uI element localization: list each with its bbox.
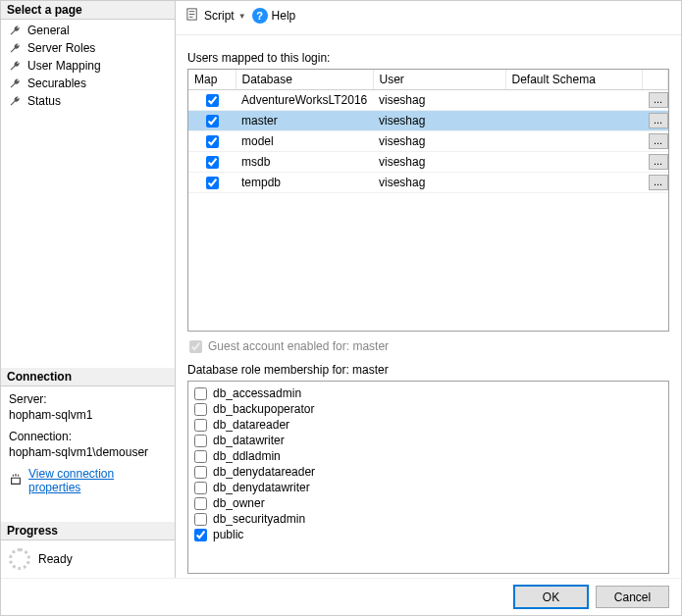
wrench-icon — [9, 60, 22, 73]
cell-schema[interactable] — [505, 152, 643, 173]
roles-caption: Database role membership for: master — [187, 363, 669, 377]
table-row[interactable]: tempdbviseshag... — [188, 173, 668, 193]
role-label: db_ddladmin — [213, 448, 281, 464]
schema-browse-button[interactable]: ... — [649, 133, 668, 149]
role-item[interactable]: db_denydatawriter — [194, 480, 662, 495]
guest-account-checkbox — [189, 340, 202, 353]
link-icon — [9, 473, 23, 489]
help-button[interactable]: ? Help — [252, 8, 296, 24]
users-mapped-label: Users mapped to this login: — [187, 51, 669, 65]
script-label: Script — [204, 9, 235, 23]
progress-header: Progress — [1, 522, 175, 540]
role-item[interactable]: db_securityadmin — [194, 511, 662, 527]
map-checkbox[interactable] — [206, 156, 219, 169]
page-item-securables[interactable]: Securables — [1, 75, 175, 92]
role-item[interactable]: db_ddladmin — [194, 448, 662, 464]
connection-value: hopham-sqlvm1\demouser — [9, 445, 167, 459]
cell-user[interactable]: viseshag — [373, 152, 505, 173]
page-item-general[interactable]: General — [1, 22, 175, 39]
page-item-user-mapping[interactable]: User Mapping — [1, 57, 175, 75]
server-label: Server: — [9, 392, 167, 406]
user-mapping-grid[interactable]: Map Database User Default Schema Adventu… — [187, 69, 669, 332]
role-item[interactable]: db_datawriter — [194, 433, 662, 448]
wrench-icon — [9, 95, 22, 108]
page-item-label: Server Roles — [27, 41, 95, 55]
script-icon — [185, 7, 200, 25]
cell-database[interactable]: master — [236, 111, 373, 131]
role-item[interactable]: public — [194, 527, 662, 542]
role-label: public — [213, 527, 243, 542]
role-item[interactable]: db_accessadmin — [194, 385, 662, 401]
connection-header: Connection — [1, 368, 175, 386]
page-item-label: User Mapping — [27, 59, 101, 73]
table-row[interactable]: AdventureWorksLT2016viseshag... — [188, 90, 668, 111]
map-checkbox[interactable] — [206, 94, 219, 107]
page-item-label: Securables — [27, 77, 86, 90]
role-item[interactable]: db_owner — [194, 495, 662, 511]
role-checkbox[interactable] — [194, 450, 207, 463]
table-row[interactable]: masterviseshag... — [188, 111, 668, 131]
map-checkbox[interactable] — [206, 177, 219, 189]
role-checkbox[interactable] — [194, 435, 207, 447]
schema-browse-button[interactable]: ... — [649, 92, 668, 108]
cell-user[interactable]: viseshag — [373, 131, 505, 152]
role-item[interactable]: db_denydatareader — [194, 464, 662, 480]
chevron-down-icon: ▼ — [238, 12, 246, 21]
col-header-schema[interactable]: Default Schema — [505, 70, 643, 90]
map-checkbox[interactable] — [206, 135, 219, 148]
cell-schema[interactable] — [505, 111, 643, 131]
role-checkbox[interactable] — [194, 513, 207, 526]
col-header-database[interactable]: Database — [236, 70, 373, 90]
role-checkbox[interactable] — [194, 529, 207, 541]
role-label: db_datawriter — [213, 433, 285, 448]
help-label: Help — [272, 9, 296, 23]
cell-user[interactable]: viseshag — [373, 173, 505, 193]
cell-user[interactable]: viseshag — [373, 111, 505, 131]
cell-database[interactable]: msdb — [236, 152, 373, 173]
role-label: db_datareader — [213, 417, 289, 433]
page-list: GeneralServer RolesUser MappingSecurable… — [1, 20, 175, 112]
schema-browse-button[interactable]: ... — [649, 113, 668, 128]
left-panel: Select a page GeneralServer RolesUser Ma… — [1, 1, 176, 578]
help-icon: ? — [252, 8, 268, 24]
page-item-status[interactable]: Status — [1, 92, 175, 110]
cell-database[interactable]: model — [236, 131, 373, 152]
guest-account-label: Guest account enabled for: master — [208, 339, 389, 353]
role-checkbox[interactable] — [194, 497, 207, 510]
view-connection-properties-link[interactable]: View connection properties — [28, 467, 167, 494]
col-header-user[interactable]: User — [373, 70, 505, 90]
table-row[interactable]: msdbviseshag... — [188, 152, 668, 173]
role-checkbox[interactable] — [194, 403, 207, 416]
guest-account-row: Guest account enabled for: master — [189, 339, 669, 353]
cell-user[interactable]: viseshag — [373, 90, 505, 111]
role-checkbox[interactable] — [194, 466, 207, 479]
cell-schema[interactable] — [505, 173, 643, 193]
role-checkbox[interactable] — [194, 387, 207, 400]
role-checkbox[interactable] — [194, 482, 207, 494]
right-panel: Script ▼ ? Help Users mapped to this log… — [176, 1, 681, 578]
select-page-header: Select a page — [1, 1, 175, 20]
table-row[interactable]: modelviseshag... — [188, 131, 668, 152]
role-label: db_backupoperator — [213, 401, 314, 417]
wrench-icon — [9, 25, 22, 37]
role-label: db_securityadmin — [213, 511, 305, 527]
schema-browse-button[interactable]: ... — [649, 154, 668, 170]
map-checkbox[interactable] — [206, 115, 219, 128]
cancel-button[interactable]: Cancel — [596, 586, 669, 608]
role-label: db_denydatawriter — [213, 480, 310, 495]
schema-browse-button[interactable]: ... — [649, 175, 668, 190]
ok-button[interactable]: OK — [514, 586, 588, 608]
script-button[interactable]: Script ▼ — [185, 7, 246, 25]
col-header-map[interactable]: Map — [188, 70, 236, 90]
connection-label: Connection: — [9, 430, 167, 443]
role-checkbox[interactable] — [194, 419, 207, 432]
cell-database[interactable]: AdventureWorksLT2016 — [236, 90, 373, 111]
cell-schema[interactable] — [505, 131, 643, 152]
cell-database[interactable]: tempdb — [236, 173, 373, 193]
wrench-icon — [9, 42, 22, 55]
cell-schema[interactable] — [505, 90, 643, 111]
role-item[interactable]: db_backupoperator — [194, 401, 662, 417]
role-item[interactable]: db_datareader — [194, 417, 662, 433]
roles-list[interactable]: db_accessadmindb_backupoperatordb_datare… — [187, 381, 669, 574]
page-item-server-roles[interactable]: Server Roles — [1, 39, 175, 57]
